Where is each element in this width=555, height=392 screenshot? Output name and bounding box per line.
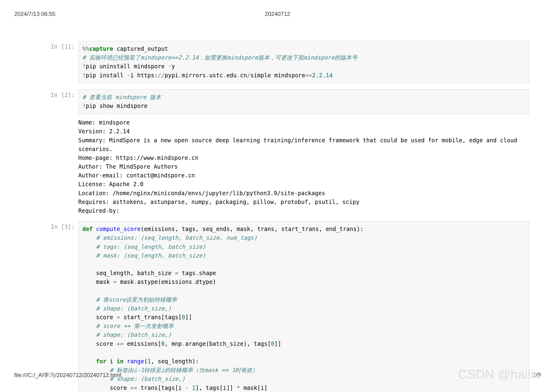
code-output: Name: mindspore Version: 2.2.14 Summary:… bbox=[78, 114, 529, 215]
input-prompt: In [3]: bbox=[47, 221, 78, 230]
page-header: 2024/7/13 06:55 20240712 bbox=[0, 0, 555, 22]
code-input[interactable]: # 查看当前 mindspore 版本 !pip show mindspore bbox=[78, 89, 529, 114]
cell-content: # 查看当前 mindspore 版本 !pip show mindspore … bbox=[78, 89, 529, 215]
code-cell: In [3]: def compute_score(emissions, tag… bbox=[47, 221, 550, 392]
code-cell: In [2]: # 查看当前 mindspore 版本 !pip show mi… bbox=[47, 89, 550, 215]
cell-content: def compute_score(emissions, tags, seq_e… bbox=[78, 221, 529, 392]
cell-content: %%capture captured_output # 实验环境已经预装了min… bbox=[78, 41, 529, 84]
input-prompt: In [2]: bbox=[47, 89, 78, 98]
page-footer: file:///C:/_AI学习/20240712/20240712.html … bbox=[14, 371, 541, 379]
footer-path: file:///C:/_AI学习/20240712/20240712.html bbox=[14, 371, 121, 379]
notebook-body: In [1]: %%capture captured_output # 实验环境… bbox=[0, 22, 555, 392]
header-timestamp: 2024/7/13 06:55 bbox=[14, 11, 56, 17]
input-prompt: In [1]: bbox=[47, 41, 78, 50]
footer-page-number: 1/9 bbox=[533, 371, 541, 379]
code-input[interactable]: %%capture captured_output # 实验环境已经预装了min… bbox=[78, 41, 529, 84]
header-doc-title: 20240712 bbox=[265, 11, 290, 17]
code-input[interactable]: def compute_score(emissions, tags, seq_e… bbox=[78, 221, 529, 392]
code-cell: In [1]: %%capture captured_output # 实验环境… bbox=[47, 41, 550, 84]
